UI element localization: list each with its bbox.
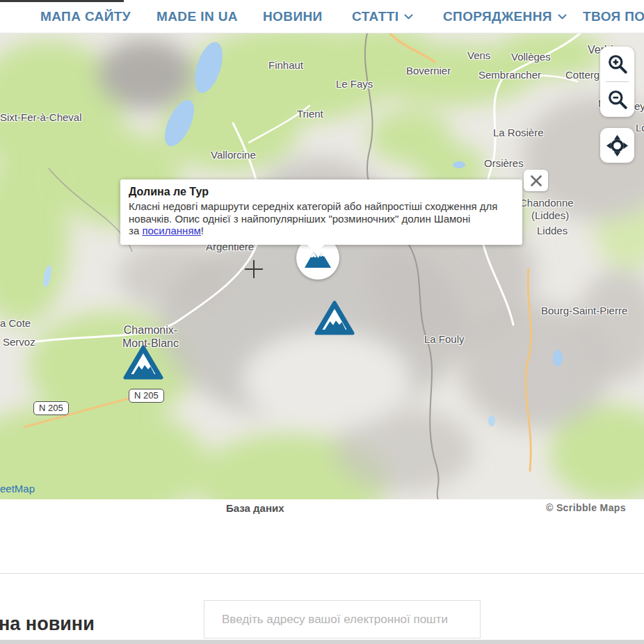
map-place-label: Le Fays bbox=[336, 77, 373, 90]
zoom-in-button[interactable] bbox=[600, 47, 634, 81]
map-place-label: (Liddes) bbox=[531, 209, 569, 222]
close-icon bbox=[530, 175, 542, 187]
locate-crosshair-icon bbox=[606, 135, 628, 156]
road-sign: N 205 bbox=[33, 401, 69, 415]
popup-link[interactable]: посиланням bbox=[142, 225, 200, 236]
popup-body-line: новачків. Опис однієї з найпопулярніших … bbox=[129, 213, 470, 225]
map-place-label: Sixt-Fer-à-Cheval bbox=[0, 111, 82, 124]
map-crosshair-cursor bbox=[245, 260, 263, 278]
map-place-label: Liddes bbox=[537, 224, 567, 237]
popup-body-line: Класні недовгі маршрути середніх категор… bbox=[129, 200, 497, 212]
email-input[interactable] bbox=[204, 600, 481, 638]
map-place-label: Vollèges bbox=[511, 50, 551, 63]
map-place-label: Lo bbox=[636, 121, 644, 134]
map-place-label: Orsières bbox=[484, 156, 524, 170]
nav-item-gear[interactable]: СПОРЯДЖЕННЯ bbox=[443, 0, 567, 33]
map-place-label: La Rosière bbox=[493, 126, 544, 139]
map-place-label: Vallorcine bbox=[211, 148, 256, 161]
map-place-label: Servoz bbox=[3, 335, 35, 348]
map-place-label: Chandonne bbox=[520, 196, 574, 209]
map-place-label: Vens bbox=[467, 49, 490, 62]
nav-item-label: СПОРЯДЖЕННЯ bbox=[443, 9, 552, 24]
nav-item-label: НОВИНИ bbox=[263, 9, 323, 24]
map-place-label: Cotterg bbox=[565, 68, 599, 81]
road-sign: N 205 bbox=[129, 389, 164, 403]
locate-button[interactable] bbox=[600, 128, 634, 163]
top-accent-line bbox=[0, 0, 124, 2]
map-place-label: Sembrancher bbox=[478, 68, 541, 81]
nav-item-label: СТАТТІ bbox=[352, 9, 399, 24]
map-place-label: Finhaut bbox=[268, 58, 303, 72]
nav-item-news[interactable]: НОВИНИ bbox=[263, 0, 323, 33]
popup-body-line: ! bbox=[201, 225, 204, 236]
nav-item-articles[interactable]: СТАТТІ bbox=[352, 0, 413, 33]
nav-item-made-in-ua[interactable]: MADE IN UA bbox=[156, 0, 238, 33]
section-divider bbox=[0, 573, 644, 574]
map-place-label: Bovernier bbox=[406, 64, 451, 77]
map-caption: База даних bbox=[226, 502, 284, 514]
map-marker-peak-triangle[interactable] bbox=[314, 300, 355, 338]
zoom-out-icon bbox=[607, 89, 628, 110]
chevron-down-icon bbox=[404, 14, 413, 19]
chevron-down-icon bbox=[558, 14, 567, 19]
popup-body-line: за bbox=[129, 225, 142, 236]
nav-item-sitemap[interactable]: МАПА САЙТУ bbox=[40, 0, 131, 33]
mountain-icon bbox=[314, 300, 355, 335]
map-place-label: Bourg-Saint-Pierre bbox=[541, 304, 627, 317]
zoom-control-panel bbox=[600, 47, 634, 117]
nav-item-your-trip[interactable]: ТВОЯ ПОД bbox=[583, 0, 644, 33]
newsletter-heading: на новини bbox=[0, 613, 95, 635]
mountain-icon bbox=[123, 345, 163, 380]
top-nav: МАПА САЙТУMADE IN UAНОВИНИСТАТТІСПОРЯДЖЕ… bbox=[0, 0, 644, 33]
osm-attribution-link[interactable]: eetMap bbox=[0, 483, 35, 494]
zoom-out-button[interactable] bbox=[600, 82, 634, 117]
scribble-maps-attribution[interactable]: © Scribble Maps bbox=[546, 502, 626, 513]
popup-body: Класні недовгі маршрути середніх категор… bbox=[129, 200, 514, 237]
map-marker-peak-triangle[interactable] bbox=[123, 345, 163, 383]
popup-title: Долина ле Тур bbox=[129, 186, 514, 198]
nav-item-label: MADE IN UA bbox=[156, 9, 238, 24]
nav-item-label: ТВОЯ ПОД bbox=[583, 9, 644, 24]
map-place-label: ey bbox=[634, 99, 644, 113]
nav-item-label: МАПА САЙТУ bbox=[40, 9, 131, 24]
map-place-label: La Fouly bbox=[424, 332, 465, 346]
map-place-label: a Cote bbox=[0, 316, 31, 330]
zoom-in-icon bbox=[607, 54, 628, 74]
map-popup: Долина ле Тур Класні недовгі маршрути се… bbox=[120, 179, 522, 245]
map-place-label: Trient bbox=[297, 107, 323, 120]
map-embed[interactable]: Sixt-Fer-à-ChevalFinhautLe FaysTrientVal… bbox=[0, 33, 644, 499]
popup-close-button[interactable] bbox=[524, 170, 548, 191]
bottom-bar bbox=[0, 640, 644, 644]
popup-arrow bbox=[307, 244, 325, 254]
